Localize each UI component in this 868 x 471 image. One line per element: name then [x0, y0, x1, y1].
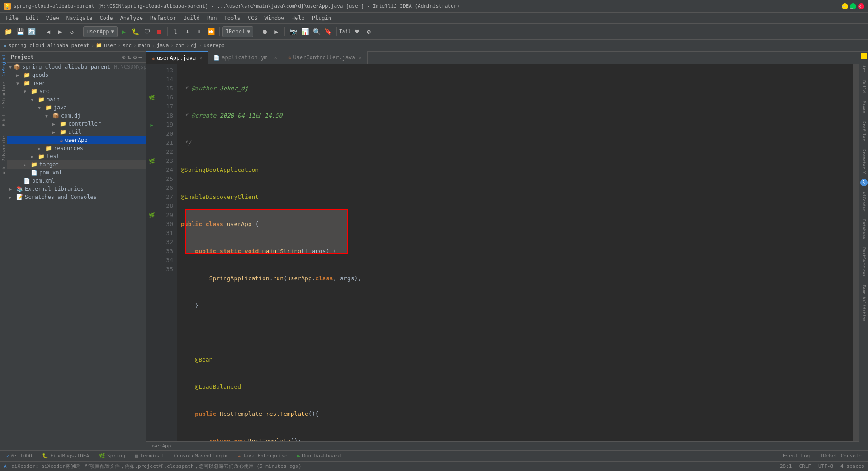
bottom-tab-run-dashboard[interactable]: ▶ Run Dashboard: [293, 451, 346, 461]
sidebar-tab-jrebel[interactable]: JRebel: [0, 111, 7, 132]
resume[interactable]: ⏩: [206, 26, 217, 37]
maximize-button[interactable]: □: [850, 3, 856, 9]
minimap[interactable]: [853, 64, 859, 441]
right-tab-maven[interactable]: Maven: [861, 97, 867, 117]
menu-run[interactable]: Run: [203, 14, 221, 22]
right-tab-promoter[interactable]: Promoter X: [861, 146, 867, 177]
status-position[interactable]: 28:1: [780, 463, 792, 469]
breadcrumb-dj[interactable]: dj: [191, 42, 197, 48]
menu-edit[interactable]: Edit: [22, 14, 42, 22]
bottom-tab-java-enterprise[interactable]: ☕ Java Enterprise: [233, 451, 292, 461]
project-settings-button[interactable]: ⚙: [133, 53, 137, 61]
tree-item-goods[interactable]: ▶ 📁 goods: [7, 71, 146, 79]
tree-item-ext-libs[interactable]: ▶ 📚 External Libraries: [7, 185, 146, 193]
bottom-tab-spring[interactable]: 🌿 Spring: [94, 451, 130, 461]
menu-navigate[interactable]: Navigate: [63, 14, 96, 22]
tab-application-yml[interactable]: 📄 application.yml ✕: [208, 51, 283, 64]
sidebar-tab-structure[interactable]: 2:Structure: [0, 79, 7, 112]
menu-help[interactable]: Help: [288, 14, 308, 22]
tree-item-controller[interactable]: ▶ 📁 controller: [7, 120, 146, 128]
right-aixcoder-icon[interactable]: A: [860, 179, 868, 186]
tail-button[interactable]: Tail: [340, 26, 350, 37]
refresh-button[interactable]: ↺: [66, 26, 77, 37]
bottom-tab-todo[interactable]: ✓ 6: TODO: [2, 451, 37, 461]
new-project-button[interactable]: 📁: [3, 26, 14, 37]
tab-close-yml[interactable]: ✕: [274, 55, 277, 60]
tree-item-comdj[interactable]: ▼ 📦 com.dj: [7, 112, 146, 120]
play-button[interactable]: ▶: [271, 26, 282, 37]
tree-item-userapp[interactable]: ☕ userApp: [7, 136, 146, 144]
search-button[interactable]: 🔍: [311, 26, 322, 37]
menu-refactor[interactable]: Refactor: [146, 14, 180, 22]
debug-button[interactable]: 🐛: [130, 26, 141, 37]
back-button[interactable]: ◀: [43, 26, 54, 37]
breadcrumb-main[interactable]: main: [138, 42, 151, 48]
menu-analyze[interactable]: Analyze: [116, 14, 146, 22]
run-config-dropdown[interactable]: userApp ▼: [83, 26, 118, 37]
tree-item-util[interactable]: ▶ 📁 util: [7, 128, 146, 136]
tree-item-main[interactable]: ▼ 📁 main: [7, 95, 146, 104]
bottom-tab-terminal[interactable]: ▤ Terminal: [131, 451, 169, 461]
right-tab-profiler[interactable]: Profiler: [861, 118, 867, 144]
bottom-tab-jrebel-console[interactable]: JRebel Console: [815, 451, 866, 461]
tree-item-test[interactable]: ▶ 📁 test: [7, 152, 146, 160]
sync-button[interactable]: 🔄: [26, 26, 37, 37]
breadcrumb-java[interactable]: java: [157, 42, 169, 48]
minimize-button[interactable]: —: [842, 3, 848, 9]
bookmark-button[interactable]: 🔖: [323, 26, 334, 37]
heart-button[interactable]: ♥: [351, 26, 362, 37]
menu-build[interactable]: Build: [180, 14, 203, 22]
right-tab-restservices[interactable]: RestServices: [861, 244, 867, 280]
menu-view[interactable]: View: [42, 14, 63, 22]
code-content[interactable]: * @author Joker_dj * @create 2020-04-11日…: [177, 64, 853, 441]
tab-close-userapp[interactable]: ✕: [199, 56, 202, 61]
breadcrumb-src[interactable]: src: [123, 42, 132, 48]
sidebar-tab-web[interactable]: Web: [0, 164, 7, 177]
tree-item-java[interactable]: ▼ 📁 java: [7, 104, 146, 112]
step-out[interactable]: ⬆: [194, 26, 205, 37]
right-tab-database[interactable]: Database: [861, 216, 867, 242]
run-with-coverage[interactable]: 🛡: [142, 26, 153, 37]
tab-close-controller[interactable]: ✕: [359, 55, 362, 60]
code-editor[interactable]: 🌿 ▶ 🌿 🌿: [146, 64, 859, 441]
tab-usercontroller[interactable]: ☕ UserController.java ✕: [283, 51, 368, 64]
menu-file[interactable]: File: [2, 14, 22, 22]
tab-userapp[interactable]: ☕ userApp.java ✕: [146, 51, 208, 64]
close-button[interactable]: ✕: [858, 3, 864, 9]
tree-item-scratches[interactable]: ▶ 📝 Scratches and Consoles: [7, 193, 146, 201]
project-add-button[interactable]: ⊕: [122, 53, 125, 61]
diff-button[interactable]: 📊: [299, 26, 310, 37]
save-button[interactable]: 💾: [14, 26, 25, 37]
project-close-button[interactable]: —: [139, 53, 142, 61]
tree-item-root[interactable]: ▼ 📦 spring-cloud-alibaba-parent H:\CSDN\…: [7, 63, 146, 71]
settings-button[interactable]: ⚙: [363, 26, 374, 37]
tree-item-src[interactable]: ▼ 📁 src: [7, 87, 146, 95]
sidebar-tab-favorites[interactable]: 2:Favorites: [0, 132, 7, 164]
step-into[interactable]: ⬇: [182, 26, 193, 37]
record-button[interactable]: ⏺: [259, 26, 270, 37]
breadcrumb-user[interactable]: user: [104, 42, 116, 48]
menu-tools[interactable]: Tools: [221, 14, 244, 22]
tree-item-resources[interactable]: ▶ 📁 resources: [7, 144, 146, 152]
right-tab-art[interactable]: Art: [861, 61, 867, 76]
step-over[interactable]: ⤵: [170, 26, 181, 37]
bottom-tab-event-log[interactable]: Event Log: [778, 451, 815, 461]
tree-item-user[interactable]: ▼ 📁 user: [7, 79, 146, 87]
breadcrumb-userapp[interactable]: userApp: [203, 42, 224, 48]
tree-item-target[interactable]: ▶ 📁 target: [7, 160, 146, 169]
status-encoding[interactable]: UTF-8: [818, 463, 833, 469]
status-line-ending[interactable]: CRLF: [799, 463, 811, 469]
jrebel-dropdown[interactable]: JRebel ▼: [222, 26, 254, 37]
menu-code[interactable]: Code: [96, 14, 117, 22]
project-scroll-button[interactable]: ⇅: [127, 53, 131, 61]
stop-button[interactable]: ⏹: [154, 26, 165, 37]
run-button[interactable]: ▶: [118, 26, 129, 37]
breadcrumb-root[interactable]: spring-cloud-alibaba-parent: [9, 42, 90, 48]
menu-window[interactable]: Window: [261, 14, 288, 22]
bottom-tab-findbugs[interactable]: 🐛 FindBugs-IDEA: [38, 451, 94, 461]
bottom-tab-maven-plugin[interactable]: ConsoleMavenPlugin: [169, 451, 232, 461]
breadcrumb-com[interactable]: com: [175, 42, 184, 48]
forward-button[interactable]: ▶: [55, 26, 66, 37]
right-tab-build[interactable]: Build: [861, 77, 867, 96]
menu-plugin[interactable]: Plugin: [308, 14, 335, 22]
